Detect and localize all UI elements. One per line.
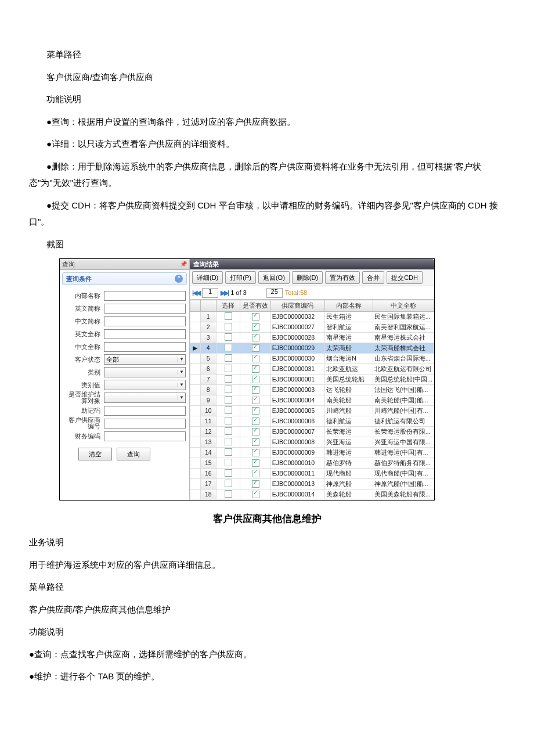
section-title-label: 查询条件 [66, 276, 92, 282]
label-cat-value: 类别值 [63, 382, 104, 388]
row-valid-check[interactable] [252, 376, 259, 383]
page-input[interactable]: 1 [202, 288, 218, 298]
table-row[interactable]: 10EJBC00000005川崎汽船川崎汽船(中国)有... [190, 406, 434, 416]
result-toolbar: 详细(D) 打印(P) 返回(O) 删除(D) 置为有效 合并 提交CDH [190, 269, 434, 286]
collapse-icon: ⌃ [175, 275, 183, 283]
maintain-settle-select[interactable]: ▼ [104, 393, 186, 403]
row-check[interactable] [225, 406, 232, 414]
row-valid-check[interactable] [252, 344, 259, 352]
bullet-query-2: ●查询：点查找客户供应商，选择所需维护的客户供应商。 [29, 646, 505, 663]
query-panel-title: 查询 📌 [60, 259, 189, 270]
bullet-cdh: ●提交 CDH：将客户供应商资料提交到 CDH 平台审核，以申请相应的财务编码。… [29, 197, 505, 231]
row-check[interactable] [225, 417, 232, 424]
row-valid-check[interactable] [252, 417, 259, 425]
finance-code-input[interactable] [104, 431, 186, 441]
detail-button[interactable]: 详细(D) [192, 271, 223, 284]
row-check[interactable] [225, 490, 232, 498]
mnemonic-input[interactable] [104, 406, 186, 416]
menu-path-label-2: 菜单路径 [29, 579, 505, 596]
subheading: 客户供应商其他信息维护 [29, 510, 505, 528]
table-row[interactable]: 8EJBC00000003达飞轮船法国达飞(中国)船... [190, 385, 434, 395]
row-valid-check[interactable] [252, 334, 259, 341]
first-page-icon[interactable]: |◀◀ [192, 290, 200, 296]
label-maintain-settle: 是否维护结算对象 [63, 391, 104, 404]
chevron-down-icon: ▼ [178, 357, 184, 362]
row-check[interactable] [225, 365, 232, 372]
row-check[interactable] [225, 333, 232, 341]
delete-button[interactable]: 删除(D) [292, 271, 323, 284]
row-valid-check[interactable] [252, 449, 259, 456]
row-check[interactable] [225, 480, 232, 487]
row-valid-check[interactable] [252, 470, 259, 477]
row-valid-check[interactable] [252, 407, 259, 415]
row-check[interactable] [225, 312, 232, 320]
row-valid-check[interactable] [252, 355, 259, 362]
pin-icon[interactable]: 📌 [180, 261, 187, 267]
table-row[interactable]: 15EJBC00000010赫伯罗特赫伯罗特船务有限... [190, 458, 434, 469]
supplier-code-input[interactable] [104, 419, 186, 429]
row-valid-check[interactable] [252, 438, 259, 446]
query-conditions-header[interactable]: 查询条件 ⌃ [62, 272, 187, 285]
search-button[interactable]: 查询 [117, 448, 150, 460]
table-row[interactable]: 11EJBC00000006德利航运德利航运有限公司 [190, 416, 434, 427]
table-row[interactable]: 3EJBC00000028南星海运南星海运株式会社 [190, 333, 434, 343]
en-abbr-input[interactable] [104, 304, 186, 314]
table-row[interactable]: 1EJBC00000032民生箱运民生国际集装箱运... [190, 312, 434, 322]
row-check[interactable] [225, 459, 232, 466]
row-valid-check[interactable] [252, 323, 259, 331]
row-check[interactable] [225, 323, 232, 330]
table-row[interactable]: 9EJBC00000004南美轮船南美轮船(中国)船... [190, 395, 434, 406]
table-row[interactable]: 14EJBC00000009韩进海运韩进海运(中国)有... [190, 448, 434, 458]
table-row[interactable]: 7EJBC00000001美国总统轮船美国总统轮船(中国... [190, 375, 434, 385]
table-row[interactable]: 5EJBC00000030烟台海运N山东省烟台国际海... [190, 354, 434, 364]
table-row[interactable]: 12EJBC00000007长荣海运长荣海运股份有限... [190, 427, 434, 437]
result-title: 查询结果 [190, 259, 434, 269]
back-button[interactable]: 返回(O) [258, 271, 290, 284]
row-valid-check[interactable] [252, 386, 259, 394]
table-row[interactable]: 18EJBC00000014美森轮船美国美森轮船有限... [190, 489, 434, 500]
table-row[interactable]: 6EJBC00000031北欧亚航运北欧亚航运有限公司 [190, 364, 434, 375]
row-check[interactable] [225, 469, 232, 477]
row-check[interactable] [225, 344, 232, 351]
merge-button[interactable]: 合并 [362, 271, 384, 284]
table-row[interactable]: 13EJBC00000008兴亚海运兴亚海运中国有限... [190, 437, 434, 448]
table-row[interactable]: 2EJBC00000027智利航运南美智利国家航运... [190, 322, 434, 333]
row-check[interactable] [225, 386, 232, 393]
row-check[interactable] [225, 438, 232, 445]
category-select[interactable]: ▼ [104, 367, 186, 377]
row-check[interactable] [225, 396, 232, 404]
row-check[interactable] [225, 427, 232, 435]
row-valid-check[interactable] [252, 480, 259, 488]
label-inner-name: 内部名称 [63, 293, 104, 299]
inner-name-input[interactable] [104, 291, 186, 301]
submit-cdh-button[interactable]: 提交CDH [387, 271, 423, 284]
cat-value-select[interactable]: ▼ [104, 380, 186, 390]
table-row[interactable]: 16EJBC00000011现代商船现代商船(中国)有... [190, 469, 434, 479]
next-page-icon[interactable]: ▶▶| [221, 290, 228, 296]
table-row[interactable]: 17EJBC00000013神原汽船神原汽船(中国)船... [190, 479, 434, 489]
label-supplier-code: 客户供应商编号 [63, 417, 104, 430]
row-valid-check[interactable] [252, 459, 259, 467]
row-valid-check[interactable] [252, 397, 259, 404]
row-check[interactable] [225, 448, 232, 456]
menu-path-value: 客户供应商/查询客户供应商 [29, 69, 505, 86]
row-valid-check[interactable] [252, 491, 259, 498]
label-cust-status: 客户状态 [63, 357, 104, 363]
biz-label: 业务说明 [29, 534, 505, 551]
row-check[interactable] [225, 375, 232, 383]
en-full-input[interactable] [104, 329, 186, 339]
cust-status-select[interactable]: 全部▼ [104, 354, 186, 365]
print-button[interactable]: 打印(P) [225, 271, 256, 284]
query-title-label: 查询 [62, 261, 75, 268]
set-valid-button[interactable]: 置为有效 [325, 271, 360, 284]
row-valid-check[interactable] [252, 428, 259, 435]
page-size-input[interactable]: 25 [266, 288, 283, 298]
cn-abbr-input[interactable] [104, 316, 186, 326]
table-row[interactable]: ▶4EJBC00000029太荣商船太荣商船株式会社 [190, 343, 434, 354]
row-valid-check[interactable] [252, 365, 259, 373]
clear-button[interactable]: 清空 [78, 448, 112, 460]
row-check[interactable] [225, 354, 232, 362]
cn-full-input[interactable] [104, 342, 186, 352]
bullet-delete: ●删除：用于删除海运系统中的客户供应商信息，删除后的客户供应商资料将在业务中无法… [29, 159, 505, 192]
row-valid-check[interactable] [252, 313, 259, 321]
